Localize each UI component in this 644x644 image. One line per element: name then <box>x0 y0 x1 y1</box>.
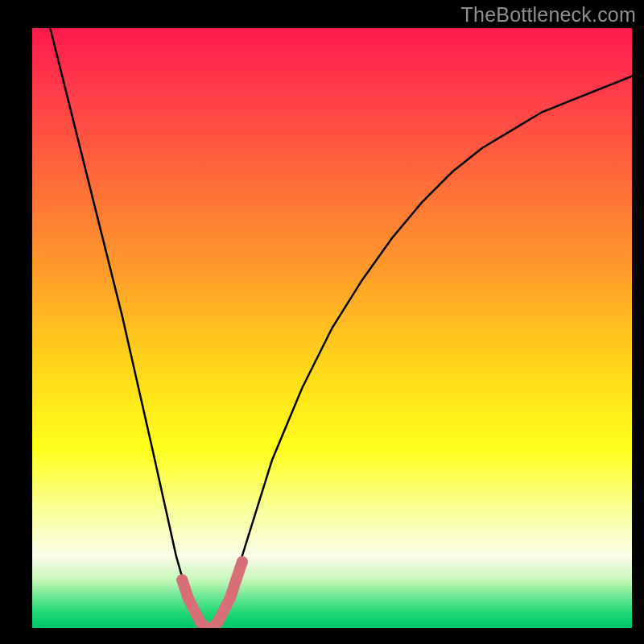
chart-svg <box>32 28 632 628</box>
optimal-zone-point <box>183 592 194 604</box>
optimal-zone-point <box>213 617 224 628</box>
watermark-text: TheBottleneck.com <box>461 3 636 27</box>
optimal-zone-point <box>237 556 248 568</box>
chart-plot-area <box>32 28 632 628</box>
optimal-zone-point <box>225 592 236 604</box>
optimal-zone-point <box>218 605 229 616</box>
chart-frame: TheBottleneck.com <box>0 0 644 644</box>
optimal-zone-point <box>176 574 188 585</box>
optimal-zone-point <box>188 605 200 616</box>
optimal-zone-point <box>230 574 242 585</box>
